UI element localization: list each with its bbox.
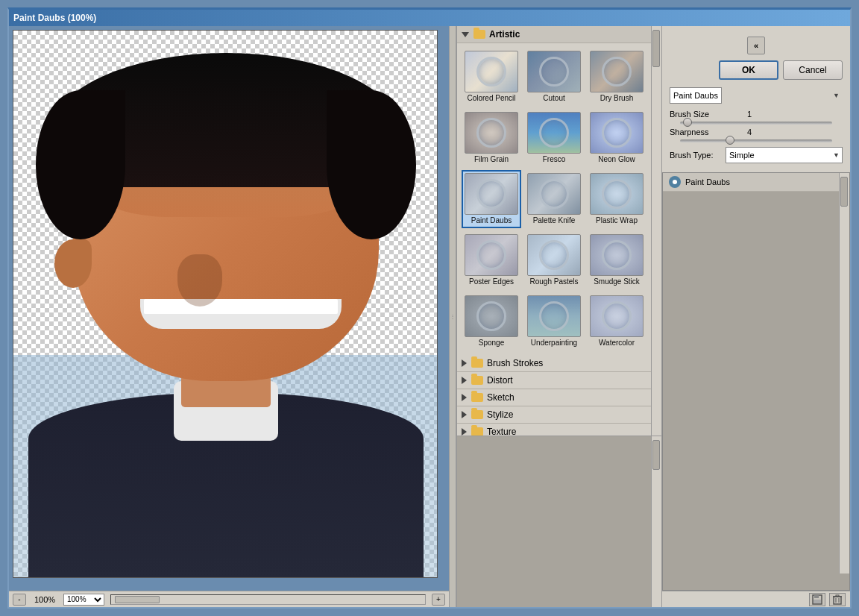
folder-brush-strokes-icon	[471, 359, 483, 368]
category-sketch-label: Sketch	[487, 392, 515, 403]
filter-underpainting[interactable]: Underpainting	[524, 292, 584, 351]
preview-scrollbar-v[interactable]	[651, 436, 661, 607]
filter-smudge-stick-label: Smudge Stick	[594, 277, 640, 286]
brush-size-slider[interactable]	[680, 122, 832, 125]
brush-type-row: Brush Type: Simple Light Rough Dark Roug…	[662, 144, 850, 166]
svg-rect-2	[814, 600, 821, 603]
category-texture[interactable]: Texture	[457, 424, 651, 436]
brush-size-slider-row	[662, 120, 850, 126]
filter-sponge[interactable]: Sponge	[462, 292, 521, 351]
ok-button[interactable]: OK	[719, 60, 778, 80]
thumb-underpainting	[527, 295, 581, 337]
brush-size-thumb[interactable]	[683, 118, 692, 127]
button-row: OK Cancel	[662, 54, 850, 83]
thumb-fresco	[527, 112, 581, 154]
filter-dry-brush[interactable]: Dry Brush	[587, 48, 646, 106]
category-brush-strokes[interactable]: Brush Strokes	[457, 355, 651, 372]
thumb-watercolor	[590, 295, 644, 337]
thumb-poster-edges	[465, 234, 518, 276]
canvas-frame	[13, 30, 438, 578]
filter-neon-glow-label: Neon Glow	[598, 155, 635, 164]
brush-size-label: Brush Size	[670, 110, 722, 119]
sharpness-label: Sharpness	[670, 128, 722, 136]
category-sketch[interactable]: Sketch	[457, 389, 651, 406]
filter-scrollbar-v[interactable]	[651, 26, 661, 436]
layer-name: Paint Daubs	[685, 177, 843, 186]
brush-type-dropdown[interactable]: Simple Light Rough Dark Rough Wide Sharp…	[726, 147, 843, 163]
filter-plastic-wrap[interactable]: Plastic Wrap	[587, 170, 646, 228]
arrow-stylize	[462, 411, 467, 418]
layer-preview-content	[663, 192, 849, 415]
collapse-panel-button[interactable]: «	[747, 37, 765, 54]
cancel-button[interactable]: Cancel	[783, 60, 843, 80]
layer-save-button[interactable]	[809, 593, 825, 606]
category-distort[interactable]: Distort	[457, 372, 651, 389]
folder-distort-icon	[471, 376, 483, 385]
preview-scrollbar-thumb[interactable]	[652, 440, 660, 470]
window-title: Paint Daubs (100%)	[13, 13, 96, 23]
category-texture-label: Texture	[487, 427, 516, 436]
filter-name-dropdown[interactable]: Paint Daubs	[670, 87, 722, 104]
category-brush-strokes-label: Brush Strokes	[487, 358, 543, 368]
filter-fresco-label: Fresco	[543, 155, 566, 164]
filter-film-grain[interactable]: Film Grain	[462, 109, 521, 167]
category-stylize[interactable]: Stylize	[457, 406, 651, 424]
layer-scrollbar-thumb[interactable]	[840, 177, 848, 207]
thumb-sponge	[465, 295, 518, 337]
filter-poster-edges[interactable]: Poster Edges	[462, 231, 521, 289]
thumb-dry-brush	[590, 51, 644, 92]
zoom-select[interactable]: 100% 75% 50% 200%	[63, 594, 104, 606]
horizontal-scrollbar[interactable]	[110, 594, 426, 605]
category-stylize-label: Stylize	[487, 409, 513, 420]
brush-type-label: Brush Type:	[670, 151, 722, 160]
panel-divider[interactable]: ⋮	[449, 26, 456, 607]
filter-colored-pencil[interactable]: Colored Pencil	[462, 48, 521, 106]
zoom-out-button[interactable]: -	[13, 594, 26, 606]
filter-sponge-label: Sponge	[479, 339, 504, 348]
delete-layer-icon	[833, 594, 842, 605]
thumb-film-grain	[465, 112, 518, 154]
layer-scrollbar-v[interactable]	[839, 173, 849, 573]
arrow-sketch	[462, 394, 467, 401]
filter-neon-glow[interactable]: Neon Glow	[587, 109, 646, 167]
layer-delete-button[interactable]	[829, 593, 846, 606]
filter-smudge-stick[interactable]: Smudge Stick	[587, 231, 646, 289]
filter-scrollbar-thumb[interactable]	[652, 30, 660, 67]
filter-list[interactable]: Artistic Colored Pencil	[457, 26, 651, 436]
zoom-in-button[interactable]: +	[432, 594, 445, 606]
filter-dry-brush-label: Dry Brush	[600, 94, 633, 103]
filter-dropdown-arrow-icon: ▼	[833, 92, 840, 99]
filter-paint-daubs[interactable]: Paint Daubs	[462, 170, 521, 228]
settings-panel: « OK Cancel Paint Daubs ▼ Brush Size	[662, 26, 850, 607]
filter-watercolor-label: Watercolor	[599, 339, 635, 348]
arrow-artistic	[462, 32, 469, 37]
layer-section: Paint Daubs	[662, 172, 850, 607]
filter-rough-pastels[interactable]: Rough Pastels	[524, 231, 584, 289]
scrollbar-thumb-h[interactable]	[115, 596, 160, 603]
canvas-scrollable[interactable]	[9, 26, 449, 591]
folder-texture-icon	[471, 427, 483, 436]
sharpness-slider[interactable]	[680, 139, 832, 142]
filter-cutout[interactable]: Cutout	[524, 48, 584, 106]
layer-bottom-bar	[662, 591, 850, 607]
layer-visibility-icon[interactable]	[669, 176, 681, 188]
category-artistic-label: Artistic	[489, 29, 520, 40]
arrow-texture	[462, 428, 467, 436]
thumb-cutout	[527, 51, 581, 92]
category-artistic[interactable]: Artistic	[457, 26, 651, 43]
layer-eye-inner	[673, 180, 677, 184]
filter-grid-artistic: Colored Pencil Cutout Dry	[457, 43, 651, 355]
filter-plastic-wrap-label: Plastic Wrap	[596, 216, 638, 225]
thumb-paint-daubs	[465, 173, 518, 215]
filter-watercolor[interactable]: Watercolor	[587, 292, 646, 351]
thumb-smudge-stick	[590, 234, 644, 276]
folder-stylize-icon	[471, 410, 483, 419]
thumb-rough-pastels	[527, 234, 581, 276]
layer-preview-area: Paint Daubs	[662, 172, 850, 591]
arrow-brush-strokes	[462, 359, 467, 367]
filter-fresco[interactable]: Fresco	[524, 109, 584, 167]
layer-item[interactable]: Paint Daubs	[663, 173, 849, 192]
filter-colored-pencil-label: Colored Pencil	[467, 94, 515, 103]
arrow-distort	[462, 377, 467, 384]
filter-palette-knife[interactable]: Palette Knife	[524, 170, 584, 228]
